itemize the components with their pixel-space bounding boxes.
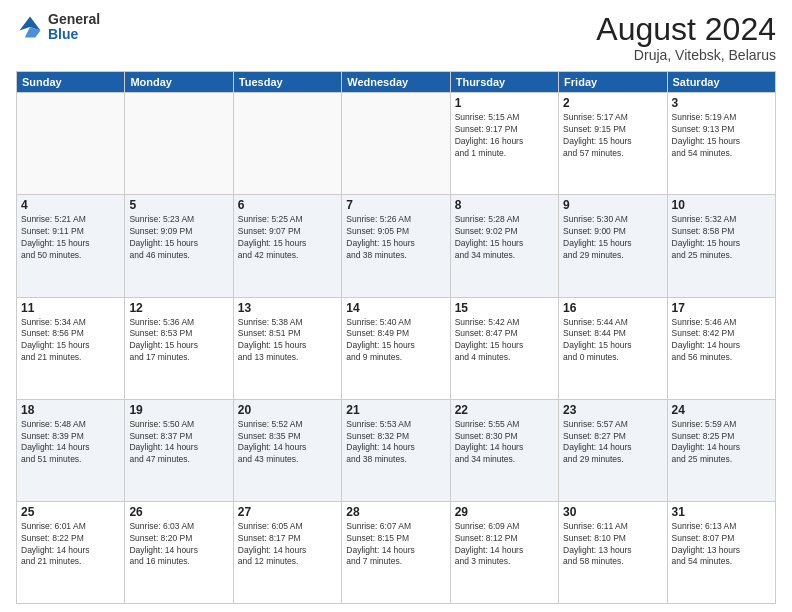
day-info: Sunrise: 5:26 AMSunset: 9:05 PMDaylight:… bbox=[346, 214, 445, 262]
day-number: 12 bbox=[129, 301, 228, 315]
day-number: 27 bbox=[238, 505, 337, 519]
day-number: 9 bbox=[563, 198, 662, 212]
calendar-cell: 16Sunrise: 5:44 AMSunset: 8:44 PMDayligh… bbox=[559, 297, 667, 399]
day-number: 22 bbox=[455, 403, 554, 417]
calendar-cell: 5Sunrise: 5:23 AMSunset: 9:09 PMDaylight… bbox=[125, 195, 233, 297]
weekday-header-thursday: Thursday bbox=[450, 72, 558, 93]
day-number: 10 bbox=[672, 198, 771, 212]
calendar-week-row: 1Sunrise: 5:15 AMSunset: 9:17 PMDaylight… bbox=[17, 93, 776, 195]
calendar-cell: 21Sunrise: 5:53 AMSunset: 8:32 PMDayligh… bbox=[342, 399, 450, 501]
day-info: Sunrise: 5:28 AMSunset: 9:02 PMDaylight:… bbox=[455, 214, 554, 262]
calendar-table: SundayMondayTuesdayWednesdayThursdayFrid… bbox=[16, 71, 776, 604]
calendar-cell: 11Sunrise: 5:34 AMSunset: 8:56 PMDayligh… bbox=[17, 297, 125, 399]
weekday-header-friday: Friday bbox=[559, 72, 667, 93]
title-section: August 2024 Druja, Vitebsk, Belarus bbox=[596, 12, 776, 63]
day-number: 8 bbox=[455, 198, 554, 212]
day-number: 17 bbox=[672, 301, 771, 315]
day-info: Sunrise: 6:03 AMSunset: 8:20 PMDaylight:… bbox=[129, 521, 228, 569]
day-number: 6 bbox=[238, 198, 337, 212]
calendar-cell: 22Sunrise: 5:55 AMSunset: 8:30 PMDayligh… bbox=[450, 399, 558, 501]
calendar-cell: 31Sunrise: 6:13 AMSunset: 8:07 PMDayligh… bbox=[667, 501, 775, 603]
day-number: 13 bbox=[238, 301, 337, 315]
calendar-cell: 9Sunrise: 5:30 AMSunset: 9:00 PMDaylight… bbox=[559, 195, 667, 297]
calendar-week-row: 25Sunrise: 6:01 AMSunset: 8:22 PMDayligh… bbox=[17, 501, 776, 603]
day-number: 25 bbox=[21, 505, 120, 519]
day-number: 24 bbox=[672, 403, 771, 417]
day-info: Sunrise: 5:44 AMSunset: 8:44 PMDaylight:… bbox=[563, 317, 662, 365]
calendar-cell bbox=[233, 93, 341, 195]
day-number: 16 bbox=[563, 301, 662, 315]
calendar-cell: 6Sunrise: 5:25 AMSunset: 9:07 PMDaylight… bbox=[233, 195, 341, 297]
calendar-cell: 19Sunrise: 5:50 AMSunset: 8:37 PMDayligh… bbox=[125, 399, 233, 501]
day-number: 5 bbox=[129, 198, 228, 212]
day-info: Sunrise: 5:15 AMSunset: 9:17 PMDaylight:… bbox=[455, 112, 554, 160]
weekday-header-tuesday: Tuesday bbox=[233, 72, 341, 93]
day-number: 2 bbox=[563, 96, 662, 110]
calendar-week-row: 18Sunrise: 5:48 AMSunset: 8:39 PMDayligh… bbox=[17, 399, 776, 501]
logo: General Blue bbox=[16, 12, 100, 43]
day-number: 21 bbox=[346, 403, 445, 417]
day-number: 11 bbox=[21, 301, 120, 315]
day-number: 1 bbox=[455, 96, 554, 110]
day-info: Sunrise: 5:17 AMSunset: 9:15 PMDaylight:… bbox=[563, 112, 662, 160]
day-info: Sunrise: 5:57 AMSunset: 8:27 PMDaylight:… bbox=[563, 419, 662, 467]
weekday-header-saturday: Saturday bbox=[667, 72, 775, 93]
day-info: Sunrise: 5:32 AMSunset: 8:58 PMDaylight:… bbox=[672, 214, 771, 262]
calendar-cell: 28Sunrise: 6:07 AMSunset: 8:15 PMDayligh… bbox=[342, 501, 450, 603]
weekday-header-sunday: Sunday bbox=[17, 72, 125, 93]
day-info: Sunrise: 5:53 AMSunset: 8:32 PMDaylight:… bbox=[346, 419, 445, 467]
weekday-header-monday: Monday bbox=[125, 72, 233, 93]
calendar-cell: 10Sunrise: 5:32 AMSunset: 8:58 PMDayligh… bbox=[667, 195, 775, 297]
day-number: 30 bbox=[563, 505, 662, 519]
day-info: Sunrise: 5:55 AMSunset: 8:30 PMDaylight:… bbox=[455, 419, 554, 467]
calendar-cell: 29Sunrise: 6:09 AMSunset: 8:12 PMDayligh… bbox=[450, 501, 558, 603]
day-info: Sunrise: 5:30 AMSunset: 9:00 PMDaylight:… bbox=[563, 214, 662, 262]
day-number: 19 bbox=[129, 403, 228, 417]
day-info: Sunrise: 5:36 AMSunset: 8:53 PMDaylight:… bbox=[129, 317, 228, 365]
calendar-subtitle: Druja, Vitebsk, Belarus bbox=[596, 47, 776, 63]
calendar-week-row: 4Sunrise: 5:21 AMSunset: 9:11 PMDaylight… bbox=[17, 195, 776, 297]
day-number: 18 bbox=[21, 403, 120, 417]
day-number: 15 bbox=[455, 301, 554, 315]
calendar-cell: 25Sunrise: 6:01 AMSunset: 8:22 PMDayligh… bbox=[17, 501, 125, 603]
calendar-cell: 27Sunrise: 6:05 AMSunset: 8:17 PMDayligh… bbox=[233, 501, 341, 603]
day-info: Sunrise: 5:40 AMSunset: 8:49 PMDaylight:… bbox=[346, 317, 445, 365]
calendar-cell: 30Sunrise: 6:11 AMSunset: 8:10 PMDayligh… bbox=[559, 501, 667, 603]
calendar-cell: 8Sunrise: 5:28 AMSunset: 9:02 PMDaylight… bbox=[450, 195, 558, 297]
calendar-cell: 2Sunrise: 5:17 AMSunset: 9:15 PMDaylight… bbox=[559, 93, 667, 195]
day-number: 29 bbox=[455, 505, 554, 519]
day-info: Sunrise: 6:05 AMSunset: 8:17 PMDaylight:… bbox=[238, 521, 337, 569]
logo-general: General bbox=[48, 12, 100, 27]
calendar-cell: 26Sunrise: 6:03 AMSunset: 8:20 PMDayligh… bbox=[125, 501, 233, 603]
calendar-cell: 14Sunrise: 5:40 AMSunset: 8:49 PMDayligh… bbox=[342, 297, 450, 399]
day-info: Sunrise: 5:34 AMSunset: 8:56 PMDaylight:… bbox=[21, 317, 120, 365]
logo-text: General Blue bbox=[48, 12, 100, 43]
day-number: 3 bbox=[672, 96, 771, 110]
page: General Blue August 2024 Druja, Vitebsk,… bbox=[0, 0, 792, 612]
calendar-header: SundayMondayTuesdayWednesdayThursdayFrid… bbox=[17, 72, 776, 93]
day-number: 26 bbox=[129, 505, 228, 519]
day-number: 4 bbox=[21, 198, 120, 212]
day-info: Sunrise: 5:48 AMSunset: 8:39 PMDaylight:… bbox=[21, 419, 120, 467]
logo-blue: Blue bbox=[48, 27, 100, 42]
calendar-cell bbox=[17, 93, 125, 195]
calendar-cell: 7Sunrise: 5:26 AMSunset: 9:05 PMDaylight… bbox=[342, 195, 450, 297]
calendar-cell bbox=[342, 93, 450, 195]
day-info: Sunrise: 6:07 AMSunset: 8:15 PMDaylight:… bbox=[346, 521, 445, 569]
day-info: Sunrise: 5:25 AMSunset: 9:07 PMDaylight:… bbox=[238, 214, 337, 262]
day-number: 20 bbox=[238, 403, 337, 417]
day-info: Sunrise: 5:59 AMSunset: 8:25 PMDaylight:… bbox=[672, 419, 771, 467]
calendar-cell bbox=[125, 93, 233, 195]
day-info: Sunrise: 5:42 AMSunset: 8:47 PMDaylight:… bbox=[455, 317, 554, 365]
day-number: 31 bbox=[672, 505, 771, 519]
logo-icon bbox=[16, 13, 44, 41]
calendar-cell: 13Sunrise: 5:38 AMSunset: 8:51 PMDayligh… bbox=[233, 297, 341, 399]
calendar-cell: 15Sunrise: 5:42 AMSunset: 8:47 PMDayligh… bbox=[450, 297, 558, 399]
calendar-cell: 3Sunrise: 5:19 AMSunset: 9:13 PMDaylight… bbox=[667, 93, 775, 195]
calendar-cell: 24Sunrise: 5:59 AMSunset: 8:25 PMDayligh… bbox=[667, 399, 775, 501]
calendar-cell: 12Sunrise: 5:36 AMSunset: 8:53 PMDayligh… bbox=[125, 297, 233, 399]
calendar-cell: 4Sunrise: 5:21 AMSunset: 9:11 PMDaylight… bbox=[17, 195, 125, 297]
calendar-cell: 17Sunrise: 5:46 AMSunset: 8:42 PMDayligh… bbox=[667, 297, 775, 399]
day-info: Sunrise: 5:19 AMSunset: 9:13 PMDaylight:… bbox=[672, 112, 771, 160]
day-info: Sunrise: 6:13 AMSunset: 8:07 PMDaylight:… bbox=[672, 521, 771, 569]
